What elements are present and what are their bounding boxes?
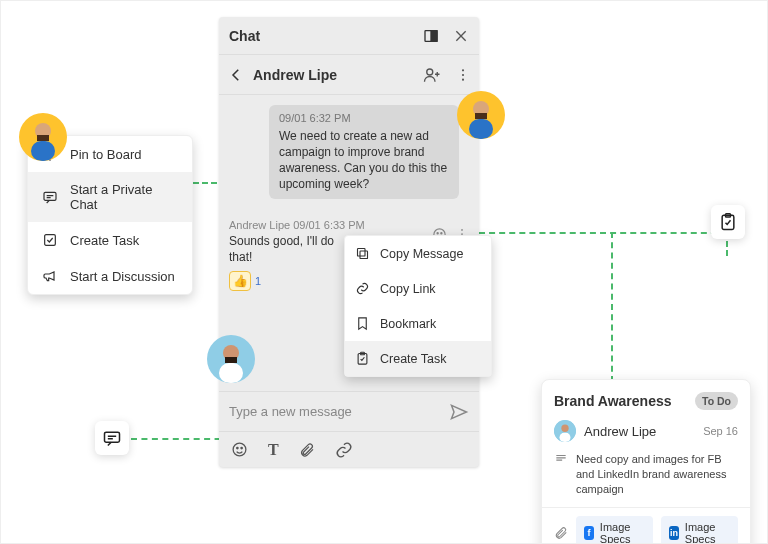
attachment-chip-linkedin[interactable]: in Image Specs [661, 516, 738, 544]
connector [479, 232, 727, 234]
svg-rect-20 [360, 251, 368, 259]
close-icon[interactable] [453, 28, 469, 44]
task-card[interactable]: Brand Awareness To Do Andrew Lipe Sep 16… [541, 379, 751, 544]
svg-rect-3 [31, 141, 55, 161]
avatar [554, 420, 576, 442]
task-icon [42, 232, 58, 248]
svg-rect-21 [358, 249, 366, 257]
task-assignee-row: Andrew Lipe Sep 16 [554, 420, 738, 442]
message-text: We need to create a new ad campaign to i… [279, 128, 449, 193]
menu-item-discussion[interactable]: Start a Discussion [28, 258, 192, 294]
menu-item-copy-message[interactable]: Copy Message [345, 236, 491, 271]
menu-item-label: Create Task [70, 233, 139, 248]
svg-point-17 [233, 443, 246, 456]
svg-rect-1 [45, 235, 56, 246]
incoming-message[interactable]: 09/01 6:32 PM We need to create a new ad… [269, 105, 459, 199]
reaction-count: 1 [255, 275, 261, 287]
facebook-icon: f [584, 526, 594, 540]
bookmark-icon [355, 316, 370, 331]
task-description: Need copy and images for FB and LinkedIn… [576, 452, 738, 497]
add-user-icon[interactable] [423, 66, 441, 84]
message-input-row: Type a new message [219, 391, 479, 431]
task-status-badge: To Do [695, 392, 738, 410]
svg-point-34 [561, 425, 568, 432]
chat-subheader: Andrew Lipe [219, 55, 479, 95]
task-icon [355, 351, 370, 366]
menu-item-copy-link[interactable]: Copy Link [345, 271, 491, 306]
message-toolbar: T [219, 431, 479, 467]
menu-item-label: Copy Message [380, 247, 463, 261]
menu-item-private-chat[interactable]: Start a Private Chat [28, 172, 192, 222]
task-node-icon [711, 205, 745, 239]
thumbs-up-reaction[interactable]: 👍 [229, 271, 251, 291]
attachment-icon[interactable] [299, 442, 315, 458]
message-context-menu: Copy Message Copy Link Bookmark Create T… [344, 235, 492, 377]
menu-item-label: Bookmark [380, 317, 436, 331]
svg-rect-30 [105, 432, 120, 442]
back-icon[interactable] [227, 66, 245, 84]
send-icon[interactable] [449, 402, 469, 422]
text-format-icon[interactable]: T [268, 441, 279, 459]
svg-rect-6 [431, 30, 437, 41]
due-date: Sep 16 [703, 425, 738, 437]
task-title: Brand Awareness [554, 393, 672, 409]
megaphone-icon [42, 268, 58, 284]
avatar [207, 335, 255, 383]
link-icon [355, 281, 370, 296]
link-icon[interactable] [335, 441, 353, 459]
connector [131, 438, 231, 440]
menu-item-label: Copy Link [380, 282, 436, 296]
svg-point-10 [462, 78, 464, 80]
assignee-name: Andrew Lipe [584, 424, 656, 439]
message-input[interactable]: Type a new message [229, 404, 439, 419]
chat-title: Chat [229, 28, 423, 44]
svg-point-14 [461, 229, 463, 231]
contact-name: Andrew Lipe [253, 67, 415, 83]
menu-item-label: Start a Private Chat [70, 182, 178, 212]
menu-item-label: Start a Discussion [70, 269, 175, 284]
svg-rect-29 [225, 357, 237, 363]
chip-label: Image Specs [685, 521, 730, 544]
menu-item-bookmark[interactable]: Bookmark [345, 306, 491, 341]
description-icon [554, 452, 568, 497]
chat-icon [42, 189, 58, 205]
emoji-icon[interactable] [231, 441, 248, 458]
svg-rect-25 [469, 119, 493, 139]
svg-point-19 [241, 447, 242, 448]
svg-point-7 [427, 69, 433, 75]
panel-layout-icon[interactable] [423, 28, 439, 44]
svg-point-12 [437, 233, 438, 234]
message-timestamp: 09/01 6:32 PM [279, 111, 449, 126]
avatar [457, 91, 505, 139]
chat-node-icon [95, 421, 129, 455]
svg-point-18 [237, 447, 238, 448]
menu-item-create-task[interactable]: Create Task [345, 341, 491, 376]
menu-item-label: Pin to Board [70, 147, 142, 162]
attachment-icon [554, 526, 568, 540]
connector [611, 232, 613, 382]
attachments-row: f Image Specs in Image Specs [554, 516, 738, 544]
message-text: Sounds good, I'll do that! [229, 233, 339, 265]
task-description-row: Need copy and images for FB and LinkedIn… [554, 452, 738, 497]
menu-item-create-task[interactable]: Create Task [28, 222, 192, 258]
menu-item-label: Create Task [380, 352, 446, 366]
divider [542, 507, 750, 508]
svg-point-9 [462, 73, 464, 75]
svg-point-8 [462, 69, 464, 71]
svg-rect-28 [219, 363, 243, 383]
copy-icon [355, 246, 370, 261]
avatar [19, 113, 67, 161]
svg-rect-0 [44, 192, 56, 200]
svg-rect-4 [37, 135, 49, 141]
linkedin-icon: in [669, 526, 679, 540]
svg-rect-35 [560, 433, 571, 442]
chat-header: Chat [219, 17, 479, 55]
attachment-chip-facebook[interactable]: f Image Specs [576, 516, 653, 544]
svg-point-13 [441, 233, 442, 234]
svg-rect-26 [475, 113, 487, 119]
chip-label: Image Specs [600, 521, 645, 544]
more-icon[interactable] [455, 67, 471, 83]
